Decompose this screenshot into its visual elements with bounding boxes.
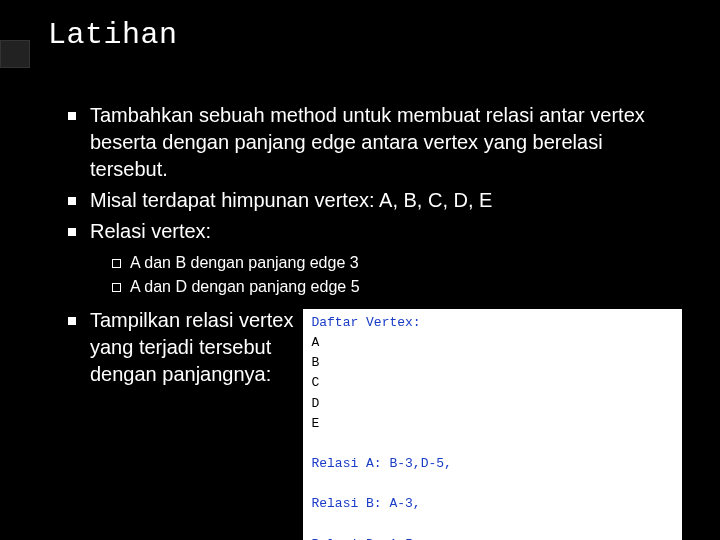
- console-line: E: [311, 416, 319, 431]
- bullet-text-block: Tampilkan relasi vertex yang terjadi ter…: [90, 307, 293, 388]
- console-output: Daftar Vertex: A B C D E Relasi A: B-3,D…: [303, 309, 682, 540]
- console-line: Daftar Vertex:: [311, 315, 420, 330]
- slide-title: Latihan: [48, 18, 682, 52]
- list-item: Tampilkan relasi vertex yang terjadi ter…: [72, 307, 682, 540]
- title-row: Latihan: [48, 18, 682, 52]
- console-line: D: [311, 396, 319, 411]
- bullet-text: Misal terdapat himpunan vertex: A, B, C,…: [90, 189, 492, 211]
- console-line: Relasi D: A-5,: [311, 537, 420, 540]
- console-line: Relasi A: B-3,D-5,: [311, 456, 451, 471]
- bullet-line: Tampilkan relasi vertex: [90, 307, 293, 334]
- list-item: A dan B dengan panjang edge 3: [114, 251, 682, 275]
- bullet-text: Tambahkan sebuah method untuk membuat re…: [90, 104, 645, 180]
- list-item: Relasi vertex: A dan B dengan panjang ed…: [72, 218, 682, 299]
- list-item: Misal terdapat himpunan vertex: A, B, C,…: [72, 187, 682, 214]
- sub-list: A dan B dengan panjang edge 3 A dan D de…: [90, 251, 682, 299]
- console-line: C: [311, 375, 319, 390]
- accent-bar: [0, 40, 30, 68]
- console-line: A: [311, 335, 319, 350]
- console-line: Relasi B: A-3,: [311, 496, 420, 511]
- bullet-line: yang terjadi tersebut: [90, 334, 293, 361]
- bullet-text: A dan B dengan panjang edge 3: [130, 254, 359, 271]
- list-item: A dan D dengan panjang edge 5: [114, 275, 682, 299]
- bullet-text: Relasi vertex:: [90, 220, 211, 242]
- bullet-line: dengan panjangnya:: [90, 361, 293, 388]
- bullet-list: Tambahkan sebuah method untuk membuat re…: [48, 102, 682, 540]
- list-item: Tambahkan sebuah method untuk membuat re…: [72, 102, 682, 183]
- bullet-text: A dan D dengan panjang edge 5: [130, 278, 360, 295]
- slide: Latihan Tambahkan sebuah method untuk me…: [0, 0, 720, 540]
- console-line: B: [311, 355, 319, 370]
